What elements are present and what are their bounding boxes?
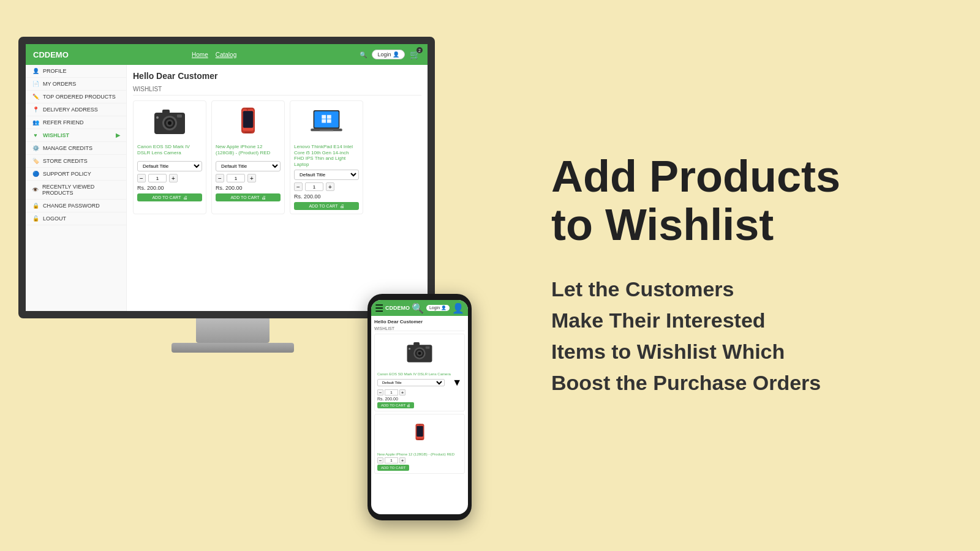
phone-wishlist-label: WISHLIST	[374, 326, 465, 331]
qty-input-laptop[interactable]	[305, 182, 323, 191]
svg-rect-6	[177, 114, 182, 118]
svg-rect-16	[322, 114, 326, 118]
phone-product-iphone: New Apple iPhone 12 (128GB) - (Product) …	[374, 414, 465, 474]
add-to-cart-iphone[interactable]: ADD TO CART 🖨	[216, 193, 281, 201]
monitor-stand	[196, 318, 270, 343]
add-to-cart-camera[interactable]: ADD TO CART 🖨	[137, 193, 202, 201]
add-to-cart-laptop[interactable]: ADD TO CART 🖨	[294, 202, 359, 210]
printer-icon: 🖨	[183, 195, 187, 200]
wishlist-label: WISHLIST	[133, 86, 421, 96]
refer-icon: 👥	[32, 119, 39, 126]
phone-price-camera: Rs. 200.00	[377, 397, 462, 401]
svg-rect-10	[245, 132, 252, 133]
qty-increase-laptop[interactable]: +	[326, 182, 334, 191]
svg-rect-12	[243, 111, 254, 128]
phone-variant-camera[interactable]: Default Title	[377, 379, 445, 386]
phone-product-image-iphone	[377, 417, 462, 451]
recently-viewed-icon: 👁️	[32, 187, 39, 193]
phone-product-camera: Canon EOS SD Mark IV DSLR Lens Camera De…	[374, 334, 465, 411]
phone-qty-input-iphone[interactable]	[385, 457, 398, 463]
product-price-laptop: Rs. 200.00	[294, 193, 359, 200]
sidebar-item-support[interactable]: 🔵 SUPPORT POLICY	[26, 168, 126, 181]
delivery-icon: 📍	[32, 107, 39, 113]
right-section: Add Products to Wishlist Let the Custome…	[514, 128, 980, 423]
phone-qty-iphone: − +	[377, 457, 462, 463]
phone-add-to-cart-iphone[interactable]: ADD TO CART	[377, 465, 409, 471]
phone-search-icon[interactable]: 🔍	[412, 302, 424, 314]
change-password-icon: 🔒	[32, 203, 39, 209]
svg-rect-18	[322, 119, 326, 122]
qty-control-camera: − +	[137, 174, 202, 182]
sidebar-item-orders[interactable]: 📄 MY ORDERS	[26, 78, 126, 91]
qty-increase-camera[interactable]: +	[169, 174, 178, 182]
orders-icon: 📄	[32, 81, 39, 87]
product-card-laptop: Lenovo ThinkPad E14 Intel Core i5 10th G…	[290, 100, 363, 214]
nav-catalog[interactable]: Catalog	[216, 51, 236, 58]
logout-icon: 🔓	[32, 216, 39, 222]
sidebar-item-refer[interactable]: 👥 REFER FRIEND	[26, 116, 126, 129]
svg-rect-15	[314, 111, 338, 127]
cart-badge: 2	[417, 47, 423, 53]
search-icon[interactable]: 🔍	[360, 51, 367, 58]
phone-product-image-camera	[377, 337, 462, 370]
svg-rect-11	[246, 108, 250, 109]
phone-menu-icon[interactable]: ☰	[375, 302, 383, 314]
product-variant-laptop[interactable]: Default Title	[294, 170, 359, 180]
product-name-camera: Canon EOS SD Mark IV DSLR Lens Camera	[137, 144, 202, 159]
store-main: Hello Dear Customer WISHLIST	[127, 65, 428, 311]
wishlist-icon: ♥	[32, 132, 39, 138]
printer-icon: 🖨	[262, 195, 266, 200]
product-grid: Canon EOS SD Mark IV DSLR Lens Camera De…	[133, 100, 421, 214]
sidebar-item-manage-credits[interactable]: ⚙️ MANAGE CREDITS	[26, 142, 126, 155]
sidebar-item-logout[interactable]: 🔓 LOGOUT	[26, 212, 126, 225]
phone-qty-decrease-iphone[interactable]: −	[377, 457, 383, 463]
sidebar-item-recently-viewed[interactable]: 👁️ RECENTLY VIEWED PRODUCTS	[26, 181, 126, 200]
nav-home[interactable]: Home	[192, 51, 208, 58]
sidebar-item-wishlist[interactable]: ♥ WISHLIST ▶	[26, 129, 126, 142]
qty-decrease-iphone[interactable]: −	[216, 174, 224, 182]
sidebar-item-delivery[interactable]: 📍 DELIVERY ADDRESS	[26, 103, 126, 116]
phone-qty-increase-camera[interactable]: +	[399, 389, 405, 395]
svg-rect-19	[327, 119, 331, 122]
manage-credits-icon: ⚙️	[32, 145, 39, 151]
product-variant-camera[interactable]: Default Title	[137, 161, 202, 171]
qty-decrease-camera[interactable]: −	[137, 174, 146, 182]
sidebar-item-store-credits[interactable]: 🏷️ STORE CREDITS	[26, 155, 126, 168]
phone-variant-arrow: ▼	[452, 377, 462, 388]
qty-increase-iphone[interactable]: +	[247, 174, 256, 182]
phone-add-to-cart-camera[interactable]: ADD TO CART 🖨	[377, 402, 414, 408]
phone-printer-icon: 🖨	[407, 403, 410, 407]
store-ui: CDDEMO Home Catalog 🔍 Login 👤 🛒 2	[26, 44, 428, 311]
phone-qty-input-camera[interactable]	[385, 389, 398, 395]
qty-input-iphone[interactable]	[227, 174, 245, 182]
svg-rect-34	[417, 426, 423, 437]
svg-point-7	[156, 116, 159, 119]
product-price-camera: Rs. 200.00	[137, 185, 202, 191]
sidebar-item-profile[interactable]: 👤 PROFILE	[26, 65, 126, 78]
phone-product-name-camera: Canon EOS SD Mark IV DSLR Lens Camera	[377, 372, 462, 376]
phone-header: ☰ CDDEMO 🔍 Login 👤 👤	[371, 300, 468, 316]
sidebar-item-change-password[interactable]: 🔒 CHANGE PASSWORD	[26, 200, 126, 212]
qty-decrease-laptop[interactable]: −	[294, 182, 303, 191]
store-sidebar: 👤 PROFILE 📄 MY ORDERS ✏️ TOP ORDERED PRO…	[26, 65, 127, 311]
phone-qty-decrease-camera[interactable]: −	[377, 389, 383, 395]
product-card-iphone: New Apple iPhone 12 (128GB) - (Product) …	[211, 100, 285, 214]
product-name-iphone: New Apple iPhone 12 (128GB) - (Product) …	[216, 144, 281, 159]
store-nav-right: 🔍 Login 👤 🛒 2	[360, 50, 420, 59]
product-name-laptop: Lenovo ThinkPad E14 Intel Core i5 10th G…	[294, 144, 359, 167]
qty-input-camera[interactable]	[148, 174, 167, 182]
login-button[interactable]: Login 👤	[372, 50, 405, 59]
phone-qty-increase-iphone[interactable]: +	[399, 457, 405, 463]
cart-icon[interactable]: 🛒 2	[410, 50, 420, 59]
phone-header-icons: 🔍 Login 👤 👤	[412, 302, 464, 314]
svg-rect-27	[413, 342, 420, 346]
product-variant-iphone[interactable]: Default Title	[216, 161, 281, 171]
left-section: CDDEMO Home Catalog 🔍 Login 👤 🛒 2	[0, 0, 478, 551]
phone-variant-row-camera: Default Title ▼	[377, 377, 462, 388]
phone-logo: CDDEMO	[385, 305, 410, 311]
phone-account-icon[interactable]: 👤	[452, 302, 464, 314]
sidebar-item-top-ordered[interactable]: ✏️ TOP ORDERED PRODUCTS	[26, 91, 126, 103]
phone-greeting: Hello Dear Customer	[374, 319, 465, 324]
phone-login-button[interactable]: Login 👤	[426, 305, 450, 311]
phone-mockup: ☰ CDDEMO 🔍 Login 👤 👤 Hello Dear Customer…	[368, 294, 472, 520]
